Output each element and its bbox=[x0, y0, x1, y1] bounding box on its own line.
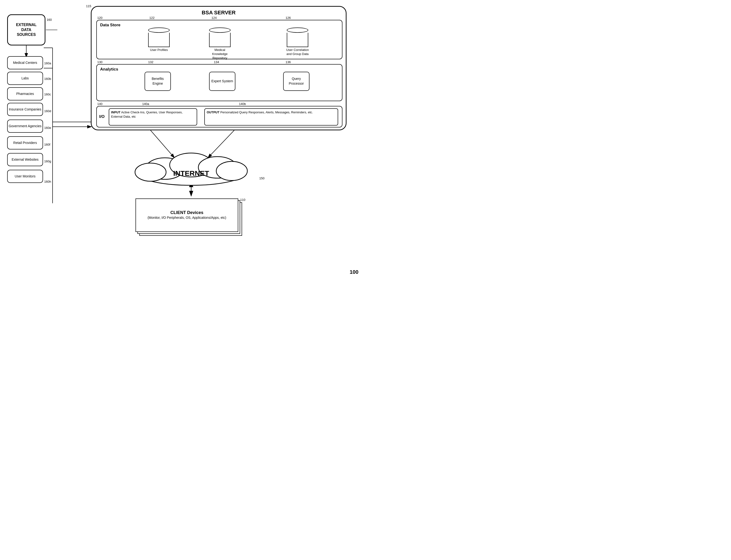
ref-160: 160 bbox=[47, 18, 52, 22]
cyl-top-medical bbox=[209, 27, 231, 33]
ref-110: 110 bbox=[240, 198, 246, 202]
benefits-engine-box: Benefits Engine bbox=[145, 72, 171, 91]
client-devices-bold: CLIENT Devices bbox=[170, 210, 203, 215]
ext-source-user-monitors: User Monitors bbox=[7, 170, 43, 183]
cyl-label-correlation: User Correlation and Group Data bbox=[286, 48, 310, 56]
ref-160g: 160g bbox=[44, 159, 51, 163]
io-input-text: Active Check-Ins, Queries, User Response… bbox=[111, 110, 183, 118]
ref-160c: 160c bbox=[44, 93, 51, 96]
ref-160b: 160b bbox=[44, 77, 51, 81]
cyl-label-user-profiles: User Profiles bbox=[150, 48, 168, 52]
io-output-box: OUTPUT Personalized Query Responses, Ale… bbox=[204, 108, 338, 126]
ref-150: 150 bbox=[259, 176, 265, 180]
ref-160f: 160f bbox=[44, 143, 50, 146]
ref-132: 132 bbox=[148, 60, 153, 64]
client-devices-box: CLIENT Devices (Monitor, I/O Peripherals… bbox=[136, 198, 238, 232]
ref-130: 130 bbox=[97, 60, 103, 64]
ref-124: 124 bbox=[212, 16, 217, 20]
ext-source-government: Government Agencies bbox=[7, 120, 43, 133]
internet-cloud-svg: INTERNET bbox=[127, 148, 256, 187]
ext-source-medical-centers: Medical Centers bbox=[7, 56, 43, 69]
analytics-box: Analytics 130 132 Benefits Engine 134 Ex… bbox=[96, 64, 343, 101]
cyl-body-correlation bbox=[287, 33, 308, 47]
svg-point-20 bbox=[135, 163, 166, 181]
cylinder-user-profiles: User Profiles bbox=[148, 27, 170, 52]
ref-126: 126 bbox=[286, 16, 291, 20]
ref-160a: 160a bbox=[44, 61, 51, 65]
ref-120: 120 bbox=[97, 16, 103, 20]
ref-140: 140 bbox=[97, 102, 103, 106]
ref-160h: 160h bbox=[44, 180, 51, 183]
io-label: I/O bbox=[99, 114, 105, 119]
io-input-box: INPUT Active Check-Ins, Queries, User Re… bbox=[109, 108, 197, 126]
ref-122: 122 bbox=[149, 16, 155, 20]
query-processor-box: Query Processor bbox=[283, 72, 310, 91]
cyl-top-user-profiles bbox=[148, 27, 170, 33]
diagram-container: 115 BSA SERVER Data Store 120 122 User P… bbox=[0, 0, 366, 280]
internet-label-text: INTERNET bbox=[173, 169, 209, 177]
ref-134: 134 bbox=[214, 60, 219, 64]
ref-140a: 140a bbox=[142, 102, 149, 106]
client-devices-text: (Monitor, I/O Peripherals, OS, Applicati… bbox=[148, 215, 226, 220]
ref-160d: 160d bbox=[44, 109, 51, 113]
ref-140b: 140b bbox=[239, 102, 246, 106]
data-store-label: Data Store bbox=[100, 23, 120, 27]
ext-source-insurance: Insurance Companies bbox=[7, 103, 43, 116]
io-output-text: Personalized Query Responses, Alerts, Me… bbox=[220, 110, 313, 114]
cyl-body-medical bbox=[209, 33, 231, 47]
ext-source-websites: External Websites bbox=[7, 153, 43, 166]
external-data-sources-box: EXTERNAL DATA SOURCES bbox=[7, 14, 45, 45]
io-input-bold: INPUT bbox=[111, 110, 120, 114]
cyl-body-user-profiles bbox=[148, 33, 170, 47]
cyl-top-correlation bbox=[287, 27, 308, 33]
io-box: I/O 140 140a INPUT Active Check-Ins, Que… bbox=[96, 106, 343, 127]
expert-system-box: Expert System bbox=[209, 72, 235, 91]
ext-source-retail: Retail Providers bbox=[7, 136, 43, 149]
cyl-label-medical: Medical Knowledge Repository bbox=[208, 48, 232, 60]
bsa-server-title: BSA SERVER bbox=[202, 10, 236, 16]
bsa-server-box: BSA SERVER Data Store 120 122 User Profi… bbox=[91, 6, 347, 130]
external-data-sources-label: EXTERNAL DATA SOURCES bbox=[16, 22, 37, 37]
ref-115: 115 bbox=[86, 4, 91, 8]
ref-160e: 160e bbox=[44, 126, 51, 130]
ext-source-labs: Labs bbox=[7, 72, 43, 85]
cylinder-user-correlation: User Correlation and Group Data bbox=[286, 27, 310, 56]
data-store-box: Data Store 120 122 User Profiles 124 Med… bbox=[96, 20, 343, 59]
io-output-bold: OUTPUT bbox=[207, 110, 219, 114]
analytics-label: Analytics bbox=[100, 67, 118, 72]
page-number: 100 bbox=[350, 269, 359, 275]
ref-136: 136 bbox=[286, 60, 291, 64]
svg-point-19 bbox=[216, 161, 247, 181]
cylinder-medical-knowledge: Medical Knowledge Repository bbox=[208, 27, 232, 60]
ext-source-pharmacies: Pharmacies bbox=[7, 87, 43, 100]
